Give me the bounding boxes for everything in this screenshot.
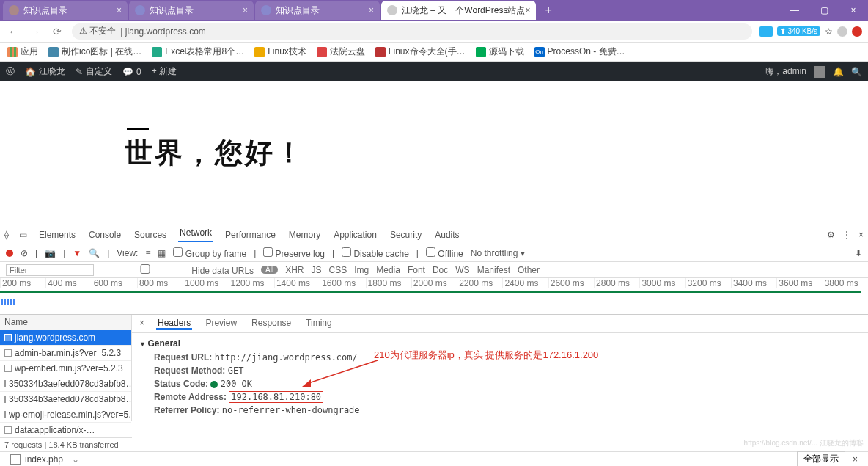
bookmark-star-icon[interactable]: ☆	[825, 26, 833, 37]
wp-new[interactable]: + 新建	[152, 65, 177, 78]
minimize-button[interactable]: —	[780, 0, 809, 21]
bell-icon[interactable]: 🔔	[833, 67, 844, 77]
request-row[interactable]: wp-embed.min.js?ver=5.2.3	[0, 361, 131, 376]
wp-customize[interactable]: ✎ 自定义	[76, 65, 112, 78]
request-row[interactable]: 350334b3aefedd078cd3abfb8…	[0, 392, 131, 407]
browser-tab[interactable]: 知识点目录×	[3, 1, 128, 20]
browser-tab-active[interactable]: 江晓龙 – 又一个WordPress站点×	[381, 1, 536, 20]
detail-close-icon[interactable]: ×	[139, 318, 144, 330]
tab-response[interactable]: Response	[250, 318, 293, 330]
view-list-icon[interactable]: ≡	[145, 248, 150, 258]
preserve-checkbox[interactable]: Preserve log	[263, 247, 325, 259]
tab-elements[interactable]: Elements	[37, 230, 77, 240]
inspect-icon[interactable]: ⟠	[4, 230, 9, 240]
tab-performance[interactable]: Performance	[224, 230, 277, 240]
tab-preview[interactable]: Preview	[204, 318, 238, 330]
filter-type[interactable]: Media	[376, 265, 400, 275]
request-row[interactable]: 350334b3aefedd078cd3abfb8…	[0, 376, 131, 392]
menu-icon[interactable]: ⋮	[842, 230, 851, 240]
svg-line-0	[306, 360, 378, 384]
back-button[interactable]: ←	[6, 26, 21, 37]
tab-timing[interactable]: Timing	[304, 318, 334, 330]
maximize-button[interactable]: ▢	[809, 0, 839, 21]
wp-logo[interactable]: ⓦ	[6, 65, 15, 78]
profile-icon[interactable]	[837, 26, 847, 37]
request-row[interactable]: jiang.wordpress.com	[0, 330, 131, 346]
tab-application[interactable]: Application	[332, 230, 378, 240]
close-icon[interactable]: ×	[369, 5, 374, 15]
filter-type[interactable]: CSS	[329, 265, 347, 275]
chevron-down-icon[interactable]: ⌄	[72, 454, 79, 465]
device-icon[interactable]: ▭	[19, 230, 27, 240]
page-heading: 世界，您好！	[125, 134, 305, 172]
request-row[interactable]: wp-emoji-release.min.js?ver=5…	[0, 407, 131, 423]
url-input[interactable]: ⚠ 不安全 | jiang.wordpress.com	[72, 23, 752, 40]
close-icon[interactable]: ×	[243, 5, 248, 15]
bookmark-item[interactable]: 法院云盘	[317, 45, 365, 58]
bookmark-item[interactable]: Excel表格常用8个…	[152, 45, 244, 58]
reload-button[interactable]: ⟳	[50, 26, 65, 37]
window-close-button[interactable]: ×	[839, 0, 868, 21]
filter-all[interactable]: All	[261, 266, 278, 274]
tab-security[interactable]: Security	[389, 230, 423, 240]
close-icon[interactable]: ×	[853, 454, 858, 465]
extension-icon[interactable]	[760, 26, 773, 37]
wp-comments[interactable]: 💬 0	[122, 67, 141, 77]
record-button[interactable]	[6, 250, 13, 257]
download-icon[interactable]: ⬇	[855, 248, 862, 258]
hide-urls-checkbox[interactable]: Hide data URLs	[101, 264, 254, 276]
bookmark-item[interactable]: 源码下载	[476, 45, 524, 58]
apps-button[interactable]: 应用	[7, 45, 38, 58]
bookmark-item[interactable]: OnProcessOn - 免费…	[534, 45, 625, 58]
show-all-button[interactable]: 全部显示	[797, 451, 845, 466]
bookmark-item[interactable]: Linux技术	[254, 45, 306, 58]
filter-type[interactable]: Doc	[433, 265, 448, 275]
close-icon[interactable]: ×	[117, 5, 122, 15]
watermark: https://blog.csdn.net/... 江晓龙的博客	[744, 438, 864, 448]
capture-icon[interactable]: 📷	[45, 248, 56, 258]
forward-button[interactable]: →	[28, 26, 43, 37]
filter-type[interactable]: Other	[518, 265, 540, 275]
browser-tab[interactable]: 知识点目录×	[129, 1, 254, 20]
download-item[interactable]: index.php ⌄	[10, 454, 79, 465]
request-row[interactable]: data:application/x-…	[0, 423, 131, 438]
disable-cache-checkbox[interactable]: Disable cache	[342, 247, 409, 259]
filter-input[interactable]	[6, 264, 94, 276]
clear-button[interactable]: ⊘	[21, 248, 28, 258]
devtools-close-icon[interactable]: ×	[858, 230, 864, 240]
throttling-select[interactable]: No throttling ▾	[471, 248, 525, 258]
filter-type[interactable]: Img	[354, 265, 369, 275]
close-icon[interactable]: ×	[525, 5, 530, 15]
devtools-panel: ⟠ ▭ Elements Console Sources Network Per…	[0, 225, 868, 421]
view-grid-icon[interactable]: ▦	[158, 248, 166, 258]
wp-site-link[interactable]: 🏠 江晓龙	[25, 65, 65, 78]
column-header[interactable]: Name	[0, 315, 131, 330]
tab-headers[interactable]: Headers	[156, 318, 192, 330]
extension-icon[interactable]	[852, 26, 862, 37]
filter-type[interactable]: JS	[312, 265, 322, 275]
request-row[interactable]: admin-bar.min.js?ver=5.2.3	[0, 346, 131, 361]
offline-checkbox[interactable]: Offline	[426, 247, 463, 259]
search-icon[interactable]: 🔍	[89, 248, 100, 258]
tab-memory[interactable]: Memory	[287, 230, 322, 240]
settings-icon[interactable]: ⚙	[827, 230, 835, 240]
tab-audits[interactable]: Audits	[433, 230, 460, 240]
avatar[interactable]	[814, 66, 825, 78]
browser-tab[interactable]: 知识点目录×	[255, 1, 380, 20]
filter-type[interactable]: Font	[408, 265, 425, 275]
bookmark-item[interactable]: 制作ico图标 | 在线…	[48, 45, 141, 58]
filter-type[interactable]: WS	[455, 265, 469, 275]
tab-console[interactable]: Console	[87, 230, 122, 240]
filter-type[interactable]: XHR	[285, 265, 304, 275]
bookmarks-bar: 应用 制作ico图标 | 在线… Excel表格常用8个… Linux技术 法院…	[0, 43, 868, 62]
filter-icon[interactable]: ▼	[73, 248, 81, 258]
group-checkbox[interactable]: Group by frame	[173, 247, 246, 259]
tab-sources[interactable]: Sources	[133, 230, 168, 240]
bookmark-item[interactable]: Linux命令大全(手…	[375, 45, 466, 58]
search-icon[interactable]: 🔍	[851, 67, 862, 77]
new-tab-button[interactable]: +	[537, 4, 559, 17]
wp-greeting[interactable]: 嗨，admin	[765, 65, 806, 78]
network-timeline[interactable]: 200 ms400 ms600 ms800 ms1000 ms1200 ms14…	[0, 278, 868, 315]
filter-type[interactable]: Manifest	[477, 265, 510, 275]
tab-network[interactable]: Network	[178, 227, 213, 242]
